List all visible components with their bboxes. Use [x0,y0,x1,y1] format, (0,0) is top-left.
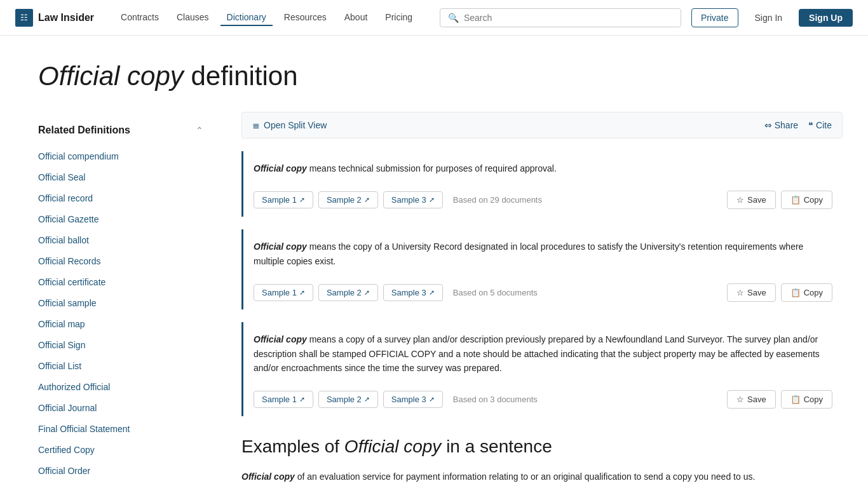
sidebar-item[interactable]: Official certificate [38,272,203,293]
page-title-italic: Official copy [38,61,184,91]
sample-2-button-def-1[interactable]: Sample 2 ➚ [318,191,378,208]
sidebar-item[interactable]: Official Seal [38,167,203,188]
cite-icon: ❝ [808,120,813,130]
nav-link-pricing[interactable]: Pricing [379,10,419,26]
split-view-button[interactable]: ≣ Open Split View [252,120,327,130]
card-actions-2: ☆ Save📋 Copy [727,283,832,302]
cite-label: Cite [816,120,832,130]
save-button-def-3[interactable]: ☆ Save [727,390,776,409]
copy-button-def-1[interactable]: 📋 Copy [781,191,832,209]
definition-footer-1: Sample 1 ➚Sample 2 ➚Sample 3 ➚Based on 2… [254,184,832,217]
signin-button[interactable]: Sign In [746,9,792,27]
sample-3-button-def-1[interactable]: Sample 3 ➚ [383,191,443,208]
logo[interactable]: ☷ Law Insider [15,9,94,27]
card-actions-1: ☆ Save📋 Copy [727,191,832,209]
examples-section: Examples of Official copy in a sentence … [241,437,843,488]
examples-container: Official copy of an evaluation service f… [241,470,843,488]
share-icon: ⇔ [764,120,772,130]
save-button-def-1[interactable]: ☆ Save [727,191,776,209]
copy-icon: 📋 [790,395,801,404]
sidebar-item[interactable]: Official Journal [38,398,203,419]
sidebar-item[interactable]: Final Official Statement [38,419,203,440]
nav-links: ContractsClausesDictionaryResourcesAbout… [114,10,440,26]
copy-icon: 📋 [790,195,801,205]
card-actions-3: ☆ Save📋 Copy [727,390,832,409]
page-title: Official copy definition [38,61,830,92]
sidebar-item[interactable]: Official sample [38,293,203,314]
sample-3-button-def-3[interactable]: Sample 3 ➚ [383,391,443,408]
definition-card-3: Official copy means a copy of a survey p… [241,322,843,416]
definition-card-2: Official copy means the copy of a Univer… [241,229,843,309]
page-title-area: Official copy definition [0,36,868,112]
sidebar-title: Related Definitions [38,125,130,136]
sample-2-button-def-2[interactable]: Sample 2 ➚ [318,284,378,301]
sidebar: Related Definitions ⌃ Official compendiu… [0,112,216,488]
star-icon: ☆ [736,288,744,297]
split-view-label: Open Split View [264,120,327,130]
sample-buttons-1: Sample 1 ➚Sample 2 ➚Sample 3 ➚Based on 2… [254,191,542,208]
definitions-container: Official copy means technical submission… [241,151,843,416]
sidebar-item[interactable]: Official Gazette [38,209,203,230]
definition-card-1: Official copy means technical submission… [241,151,843,217]
sidebar-item[interactable]: Official Order [38,461,203,482]
sidebar-item[interactable]: Official map [38,314,203,335]
sidebar-item[interactable]: Official compendium [38,146,203,167]
nav-link-dictionary[interactable]: Dictionary [220,10,273,26]
copy-button-def-3[interactable]: 📋 Copy [781,390,832,409]
sidebar-header: Related Definitions ⌃ [38,125,203,136]
private-button[interactable]: Private [691,8,738,27]
share-label: Share [775,120,798,130]
sample-1-button-def-2[interactable]: Sample 1 ➚ [254,284,313,301]
sidebar-item[interactable]: Certified Copy [38,440,203,461]
sample-1-button-def-3[interactable]: Sample 1 ➚ [254,391,313,408]
logo-text: Law Insider [38,12,94,24]
signup-button[interactable]: Sign Up [799,9,853,27]
toolbar: ≣ Open Split View ⇔ Share ❝ Cite [241,112,843,139]
sample-2-button-def-3[interactable]: Sample 2 ➚ [318,391,378,408]
page-title-normal: definition [184,61,298,91]
example-text-1: Official copy of an evaluation service f… [241,470,843,488]
sidebar-item[interactable]: Official List [38,356,203,377]
cite-button[interactable]: ❝ Cite [808,120,832,130]
nav-link-clauses[interactable]: Clauses [170,10,215,26]
search-bar[interactable]: 🔍 [440,8,681,27]
based-on-1: Based on 29 documents [453,195,542,205]
sample-3-button-def-2[interactable]: Sample 3 ➚ [383,284,443,301]
sidebar-item[interactable]: Official ballot [38,230,203,251]
sidebar-item[interactable]: Authorized Official [38,377,203,398]
sidebar-toggle-icon[interactable]: ⌃ [196,125,203,135]
content-area: ≣ Open Split View ⇔ Share ❝ Cite Officia… [216,112,868,488]
copy-button-def-2[interactable]: 📋 Copy [781,283,832,302]
sidebar-item[interactable]: Official Sign [38,335,203,356]
save-button-def-2[interactable]: ☆ Save [727,283,776,302]
toolbar-right: ⇔ Share ❝ Cite [764,120,832,130]
sidebar-item[interactable]: Official record [38,188,203,209]
sidebar-items: Official compendiumOfficial SealOfficial… [38,146,203,482]
share-button[interactable]: ⇔ Share [764,120,798,130]
nav-actions: Private Sign In Sign Up [691,8,853,27]
definition-text-2: Official copy means the copy of a Univer… [254,240,832,268]
star-icon: ☆ [736,395,744,404]
sidebar-item[interactable]: Official Records [38,251,203,272]
nav-link-resources[interactable]: Resources [278,10,333,26]
split-view-icon: ≣ [252,120,260,130]
definition-footer-3: Sample 1 ➚Sample 2 ➚Sample 3 ➚Based on 3… [254,384,832,416]
search-input[interactable] [464,13,673,23]
search-icon: 🔍 [448,13,459,23]
copy-icon: 📋 [790,288,801,297]
sample-buttons-3: Sample 1 ➚Sample 2 ➚Sample 3 ➚Based on 3… [254,391,538,408]
definition-text-1: Official copy means technical submission… [254,161,832,175]
navbar: ☷ Law Insider ContractsClausesDictionary… [0,0,868,36]
nav-link-contracts[interactable]: Contracts [114,10,165,26]
sample-buttons-2: Sample 1 ➚Sample 2 ➚Sample 3 ➚Based on 5… [254,284,538,301]
based-on-3: Based on 3 documents [453,395,538,404]
definition-footer-2: Sample 1 ➚Sample 2 ➚Sample 3 ➚Based on 5… [254,277,832,309]
logo-icon: ☷ [15,9,33,27]
examples-title: Examples of Official copy in a sentence [241,437,843,457]
sample-1-button-def-1[interactable]: Sample 1 ➚ [254,191,313,208]
nav-link-about[interactable]: About [338,10,374,26]
star-icon: ☆ [736,195,744,205]
definition-text-3: Official copy means a copy of a survey p… [254,332,832,375]
main-container: Related Definitions ⌃ Official compendiu… [0,112,868,488]
based-on-2: Based on 5 documents [453,288,538,297]
